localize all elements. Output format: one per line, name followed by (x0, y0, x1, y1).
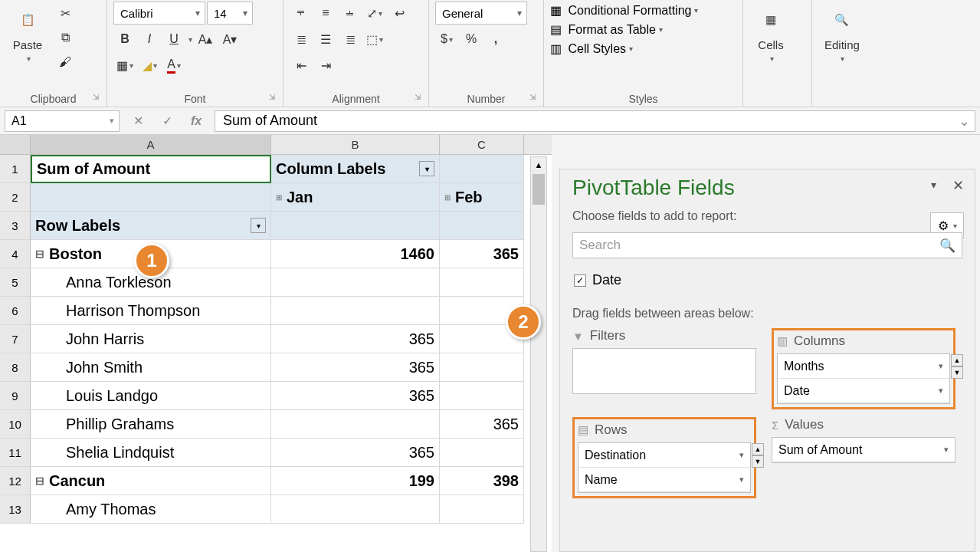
align-left-button[interactable]: ≣ (290, 28, 313, 51)
collapse-icon[interactable]: ⊟ (35, 248, 44, 260)
underline-button[interactable]: U (162, 28, 185, 51)
row-labels-dropdown[interactable]: ▾ (251, 218, 266, 233)
cell-a3[interactable]: Row Labels▾ (31, 212, 271, 240)
close-pane-button[interactable]: ✕ (952, 177, 964, 194)
row-header[interactable]: 5 (0, 268, 31, 297)
cell-a9[interactable]: Louis Landgo (31, 382, 271, 410)
wrap-text-button[interactable]: ↩ (388, 2, 411, 25)
cell-a6[interactable]: Harrison Thompson (31, 297, 271, 325)
cell-a7[interactable]: John Harris (31, 325, 271, 353)
number-format-combo[interactable]: General (435, 2, 527, 25)
cells-button[interactable]: ▦Cells▾ (749, 2, 792, 66)
cell-c9[interactable] (440, 382, 524, 410)
enter-formula-button[interactable]: ✓ (156, 110, 178, 132)
cell-c5[interactable] (440, 268, 524, 297)
expand-icon[interactable]: ⊞ (444, 193, 455, 202)
row-header[interactable]: 13 (0, 495, 31, 524)
row-header[interactable]: 7 (0, 325, 31, 353)
comma-button[interactable]: , (484, 28, 507, 51)
scroll-up-button[interactable]: ▲ (531, 157, 546, 172)
col-header-b[interactable]: B (271, 135, 440, 154)
align-top-button[interactable]: ⫧ (290, 2, 313, 25)
decrease-font-button[interactable]: A▾ (218, 28, 241, 51)
move-down-button[interactable]: ▼ (951, 366, 963, 379)
cell-b10[interactable] (271, 410, 440, 439)
cell-styles-button[interactable]: ▥ Cell Styles▾ (550, 41, 633, 56)
columns-item-date[interactable]: Date (778, 379, 949, 403)
align-center-button[interactable]: ☰ (314, 28, 337, 51)
cut-button[interactable]: ✂ (54, 2, 77, 25)
align-middle-button[interactable]: ≡ (314, 2, 337, 25)
cell-c10[interactable]: 365 (440, 410, 524, 439)
columns-area[interactable]: ▥Columns Months Date ▲▼ (772, 328, 955, 409)
cell-c12[interactable]: 398 (440, 467, 524, 495)
clipboard-launcher[interactable]: ⇲ (93, 93, 103, 104)
cell-b3[interactable] (271, 212, 440, 240)
cell-b8[interactable]: 365 (271, 353, 440, 382)
format-as-table-button[interactable]: ▤ Format as Table▾ (550, 22, 663, 37)
row-header[interactable]: 9 (0, 382, 31, 410)
font-name-combo[interactable]: Calibri (113, 2, 205, 25)
number-launcher[interactable]: ⇲ (529, 93, 540, 104)
cell-c8[interactable] (440, 353, 524, 382)
cell-b2[interactable]: ⊞Jan (271, 183, 440, 212)
cell-a1[interactable]: Sum of Amount (31, 155, 271, 183)
percent-button[interactable]: % (460, 28, 483, 51)
font-size-combo[interactable]: 14 (207, 2, 253, 25)
cell-a13[interactable]: Amy Thomas (31, 495, 271, 524)
cell-b12[interactable]: 199 (271, 467, 440, 495)
cell-c3[interactable] (440, 212, 524, 240)
accounting-button[interactable]: $▾ (435, 28, 458, 51)
row-header[interactable]: 6 (0, 297, 31, 325)
field-search-input[interactable]: Search🔍 (572, 232, 962, 258)
cell-b6[interactable] (271, 297, 440, 325)
editing-button[interactable]: 🔍Editing▾ (818, 2, 866, 66)
row-header[interactable]: 10 (0, 410, 31, 439)
copy-button[interactable]: ⧉ (54, 26, 77, 49)
align-bottom-button[interactable]: ⫨ (339, 2, 362, 25)
cell-a11[interactable]: Shelia Lindquist (31, 439, 271, 467)
expand-icon[interactable]: ⊞ (276, 193, 287, 202)
bold-button[interactable]: B (113, 28, 136, 51)
row-header[interactable]: 1 (0, 155, 31, 183)
merge-button[interactable]: ⬚▾ (363, 28, 386, 51)
cell-a10[interactable]: Phillip Grahams (31, 410, 271, 439)
filters-area[interactable]: ▼Filters (572, 328, 756, 409)
collapse-icon[interactable]: ⊟ (35, 475, 44, 487)
row-header[interactable]: 4 (0, 240, 31, 268)
font-launcher[interactable]: ⇲ (269, 93, 280, 104)
cell-c2[interactable]: ⊞Feb (440, 183, 524, 212)
move-up-button[interactable]: ▲ (951, 354, 963, 366)
increase-font-button[interactable]: A▴ (194, 28, 217, 51)
cancel-formula-button[interactable]: ✕ (127, 110, 149, 132)
cell-c11[interactable] (440, 439, 524, 467)
alignment-launcher[interactable]: ⇲ (415, 93, 425, 104)
row-header[interactable]: 8 (0, 353, 31, 382)
format-painter-button[interactable]: 🖌 (54, 51, 77, 74)
orientation-button[interactable]: ⤢▾ (363, 2, 386, 25)
column-labels-dropdown[interactable]: ▾ (419, 161, 434, 176)
cell-b11[interactable]: 365 (271, 439, 440, 467)
cell-b7[interactable]: 365 (271, 325, 440, 353)
cell-b13[interactable] (271, 495, 440, 524)
cell-b4[interactable]: 1460 (271, 240, 440, 268)
field-date[interactable]: ✓ Date (572, 268, 962, 293)
row-header[interactable]: 2 (0, 183, 31, 212)
name-box[interactable]: A1 (5, 110, 120, 132)
formula-input[interactable]: Sum of Amount (215, 110, 975, 132)
row-header[interactable]: 3 (0, 212, 31, 240)
fill-color-button[interactable]: ◢▾ (138, 54, 161, 77)
columns-item-months[interactable]: Months (778, 354, 949, 379)
cell-b9[interactable]: 365 (271, 382, 440, 410)
cell-a2[interactable] (31, 183, 271, 212)
paste-button[interactable]: 📋 Paste ▾ (6, 2, 49, 66)
checkbox-checked-icon[interactable]: ✓ (574, 274, 586, 287)
align-right-button[interactable]: ≣ (339, 28, 362, 51)
cell-a8[interactable]: John Smith (31, 353, 271, 382)
cell-b5[interactable] (271, 268, 440, 297)
values-item-sum[interactable]: Sum of Amount (772, 438, 955, 462)
select-all-button[interactable] (0, 135, 31, 154)
decrease-indent-button[interactable]: ⇤ (290, 54, 313, 77)
move-down-button[interactable]: ▼ (752, 455, 764, 468)
cell-a12[interactable]: ⊟Cancun (31, 467, 271, 495)
